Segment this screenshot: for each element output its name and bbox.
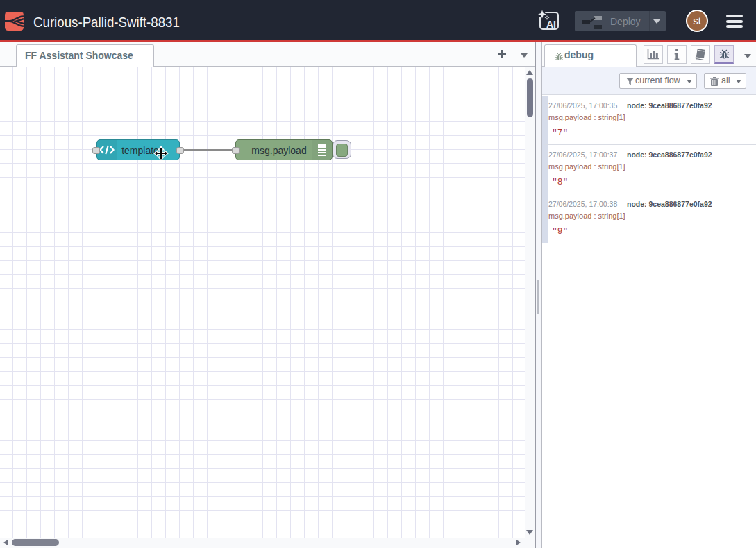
- svg-text:AI: AI: [546, 19, 556, 30]
